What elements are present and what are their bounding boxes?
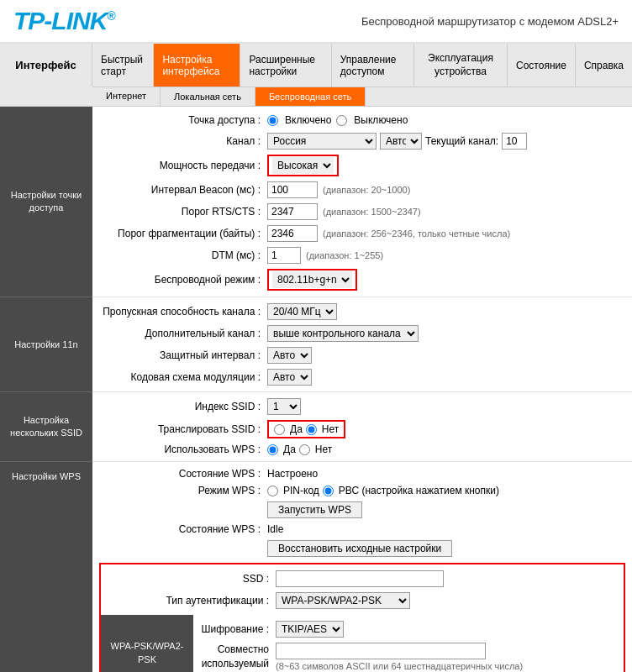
- nav-interface-settings[interactable]: Настройка интерфейса: [154, 44, 240, 87]
- nav-quickstart[interactable]: Быстрый старт: [92, 44, 154, 87]
- broadcast-ssid-label: Транслировать SSID :: [158, 423, 261, 435]
- guard-label: Защитный интервал :: [160, 349, 261, 361]
- nav-bar: Интерфейс Быстрый старт Настройка интерф…: [0, 44, 632, 107]
- access-point-off-radio[interactable]: [336, 115, 347, 126]
- nav-status[interactable]: Состояние: [508, 44, 576, 87]
- access-point-on-label: Включено: [285, 114, 331, 126]
- ssid-label: SSD :: [243, 573, 269, 585]
- current-channel-value[interactable]: [502, 133, 527, 150]
- access-point-label: Точка доступа :: [188, 114, 261, 126]
- beacon-label: Интервал Beacon (мс) :: [151, 184, 261, 196]
- nav-maintenance[interactable]: Эксплуатация устройства: [414, 44, 508, 87]
- sidebar-multi-ssid: Настройка нескольких SSID: [0, 392, 92, 462]
- header-title: Беспроводной маршрутизатор с модемом ADS…: [361, 15, 619, 28]
- wps-pin-radio[interactable]: [267, 486, 278, 496]
- shared-key-hint: (8~63 символов ASCII или 64 шестнадцатер…: [276, 661, 523, 671]
- rts-label: Порог RTS/CTS :: [182, 206, 261, 218]
- use-wps-no-label: Нет: [315, 444, 332, 455]
- dtm-input[interactable]: [267, 247, 301, 264]
- dtm-hint: (диапазон: 1~255): [306, 250, 383, 260]
- shared-key-label: Совместно используемый ключ :: [202, 643, 269, 672]
- nav-sub-internet[interactable]: Интернет: [92, 87, 161, 106]
- rts-input[interactable]: [267, 203, 318, 220]
- dtm-label: DTM (мс) :: [212, 249, 261, 261]
- access-point-section: Настройки точки доступа Точка доступа : …: [0, 107, 632, 297]
- wps-section: Настройки WPS Состояние WPS : Настроено …: [0, 462, 632, 672]
- use-wps-no-radio[interactable]: [299, 444, 310, 455]
- multi-ssid-section: Настройка нескольких SSID Индекс SSID : …: [0, 392, 632, 462]
- use-wps-yes-label: Да: [283, 444, 296, 455]
- beacon-input[interactable]: [267, 181, 318, 198]
- wps-pbc-label: РВС (настройка нажатием кнопки): [339, 485, 499, 496]
- wps-current-label: Состояние WPS :: [179, 523, 261, 535]
- nav-interface: Интерфейс: [0, 44, 92, 87]
- wps-mode-label: Режим WPS :: [198, 485, 261, 496]
- broadcast-yes-label: Да: [290, 423, 303, 435]
- wps-reset-button[interactable]: Восстановить исходные настройки: [267, 540, 452, 557]
- auth-label: Тип аутентификации :: [166, 595, 269, 606]
- beacon-hint: (диапазон: 20~1000): [323, 185, 410, 195]
- rts-hint: (диапазон: 1500~2347): [323, 207, 421, 217]
- channel-auto-select[interactable]: Авто: [380, 133, 422, 150]
- access-point-off-label: Выключено: [354, 114, 408, 126]
- guard-select[interactable]: Авто: [267, 347, 312, 364]
- sidebar-wpa: WPA-PSK/WPA2-PSK: [101, 615, 193, 672]
- frag-hint: (диапазон: 256~2346, только четные числа…: [323, 228, 510, 239]
- add-channel-select[interactable]: выше контрольного канала: [267, 325, 419, 342]
- nav-sub-wireless[interactable]: Беспроводная сеть: [255, 87, 366, 106]
- sidebar-access-point: Настройки точки доступа: [0, 107, 92, 297]
- wps-status-value: Настроено: [267, 468, 318, 480]
- channel-select[interactable]: Россия: [267, 133, 377, 150]
- ssid-index-select[interactable]: 1: [267, 398, 301, 415]
- settings-11n-section: Настройки 11n Пропускная способность кан…: [0, 297, 632, 392]
- wps-pin-label: PIN-код: [283, 485, 319, 496]
- use-wps-yes-radio[interactable]: [267, 444, 278, 455]
- nav-help[interactable]: Справка: [576, 44, 632, 87]
- shared-key-input[interactable]: [276, 643, 486, 659]
- auth-select[interactable]: WPA-PSK/WPA2-PSK: [276, 592, 410, 609]
- nav-advanced[interactable]: Расширенные настройки: [240, 44, 331, 87]
- bandwidth-label: Пропускная способность канала :: [103, 306, 261, 318]
- encrypt-label: Шифрование :: [201, 623, 269, 635]
- frag-input[interactable]: [267, 225, 318, 242]
- wps-current-value: Idle: [267, 523, 283, 535]
- mcs-label: Кодовая схема модуляции :: [131, 371, 261, 383]
- wireless-mode-label: Беспроводной режим :: [155, 274, 261, 286]
- bandwidth-select[interactable]: 20/40 МГц: [267, 303, 337, 320]
- encrypt-select[interactable]: TKIP/AES: [276, 621, 344, 638]
- use-wps-label: Использовать WPS :: [164, 444, 261, 455]
- access-point-on-radio[interactable]: [267, 115, 278, 126]
- power-label: Мощность передачи :: [160, 160, 261, 171]
- add-channel-label: Дополнительный канал :: [145, 328, 261, 339]
- broadcast-yes-radio[interactable]: [274, 424, 285, 435]
- broadcast-no-label: Нет: [322, 423, 339, 435]
- power-select[interactable]: Высокая: [272, 157, 334, 174]
- wps-pbc-radio[interactable]: [323, 486, 334, 496]
- mcs-select[interactable]: Авто: [267, 369, 312, 386]
- nav-access-control[interactable]: Управление доступом: [332, 44, 414, 87]
- wps-status-label: Состояние WPS :: [179, 468, 261, 480]
- channel-label: Канал :: [226, 135, 261, 147]
- wps-start-button[interactable]: Запустить WPS: [267, 501, 362, 518]
- ssid-index-label: Индекс SSID :: [195, 401, 261, 412]
- logo: TP-LINK®: [13, 7, 115, 35]
- ssid-input[interactable]: [276, 570, 444, 587]
- sidebar-11n: Настройки 11n: [0, 297, 92, 392]
- wireless-mode-select[interactable]: 802.11b+g+n: [272, 271, 352, 288]
- current-channel-label: Текущий канал:: [425, 135, 498, 147]
- frag-label: Порог фрагментации (байты) :: [118, 228, 261, 239]
- sidebar-wps: Настройки WPS: [0, 462, 92, 672]
- nav-sub-lan[interactable]: Локальная сеть: [161, 87, 255, 106]
- broadcast-no-radio[interactable]: [306, 424, 317, 435]
